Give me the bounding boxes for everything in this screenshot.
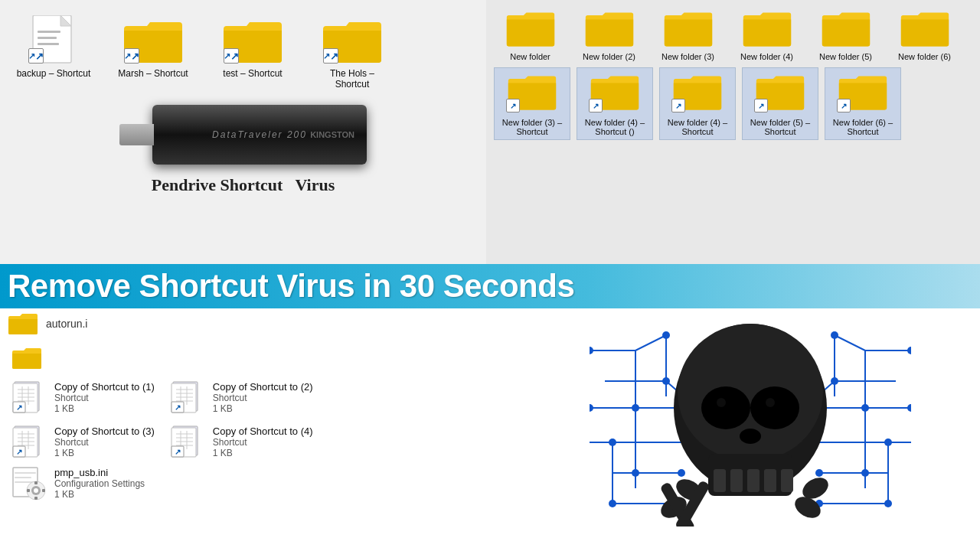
ini-file-info: pmp_usb.ini Configuration Settings 1 KB	[54, 467, 145, 500]
svg-point-93	[662, 331, 670, 339]
file-row-1: ↗ Copy of Shortcut to (1) Shortcut 1 KB	[11, 380, 155, 414]
shortcut-item-thehols: ↗ The Hols –Shortcut	[314, 15, 390, 90]
usb-label: DataTraveler 200	[212, 129, 307, 140]
svg-rect-53	[34, 497, 38, 500]
file-info-2: Copy of Shortcut to (2) Shortcut 1 KB	[213, 381, 313, 414]
file-name-3: Copy of Shortcut to (3)	[54, 425, 155, 437]
top-section: ↗ backup – Shortcut ↗ Marsh – Shortcut	[0, 0, 980, 264]
file-row-3: ↗ Copy of Shortcut to (3) Shortcut 1 KB	[11, 425, 155, 458]
folder-label-new2: New folder (2)	[583, 52, 635, 61]
svg-point-112	[750, 386, 799, 429]
folder-new2: New folder (2)	[573, 8, 645, 61]
bottom-section: Remove Shortcut Virus in 30 Seconds auto…	[0, 264, 980, 551]
file-type-3: Shortcut	[54, 437, 155, 448]
file-size-3: 1 KB	[54, 448, 155, 458]
svg-point-115	[740, 429, 761, 444]
folder-label-new6: New folder (6)	[898, 52, 951, 61]
svg-rect-54	[27, 489, 30, 492]
svg-point-111	[701, 386, 750, 429]
svg-rect-52	[34, 481, 38, 484]
file-icon-4: ↗	[170, 425, 204, 458]
usb-brand: KINGSTON	[310, 130, 354, 139]
svg-point-114	[766, 398, 775, 407]
svg-point-77	[609, 439, 616, 446]
svg-rect-110	[781, 469, 793, 492]
folder-label-new4-shortcuto: New folder (4) –Shortcut ()	[585, 118, 645, 136]
folder-label-new4: New folder (4)	[740, 52, 793, 61]
svg-point-81	[590, 404, 593, 412]
folder-new4-shortcuto: ↗ New folder (4) –Shortcut ()	[577, 67, 653, 140]
folder-new5: New folder (5)	[809, 8, 882, 61]
autorun-folder-icon	[8, 310, 38, 337]
folder-new3: New folder (3)	[652, 8, 724, 61]
svg-line-91	[635, 335, 666, 350]
svg-rect-3	[38, 37, 57, 39]
folder-new4: New folder (4)	[730, 8, 803, 61]
ini-file-size: 1 KB	[54, 489, 145, 500]
file-columns: ↗ Copy of Shortcut to (1) Shortcut 1 KB	[8, 380, 521, 458]
svg-rect-109	[764, 469, 776, 492]
svg-point-75	[662, 377, 670, 385]
file-size-4: 1 KB	[213, 448, 313, 458]
shortcut-item-backup: ↗ backup – Shortcut	[15, 15, 92, 90]
svg-rect-4	[38, 43, 59, 45]
file-info-1: Copy of Shortcut to (1) Shortcut 1 KB	[54, 381, 155, 414]
shortcut-item-marsh: ↗ Marsh – Shortcut	[115, 15, 191, 90]
folder-label-new6-shortcut: New folder (6) –Shortcut	[833, 118, 893, 136]
shortcut-label-thehols: The Hols –Shortcut	[330, 68, 374, 90]
svg-point-73	[632, 404, 639, 412]
file-row-2: ↗ Copy of Shortcut to (2) Shortcut 1 KB	[170, 380, 313, 414]
svg-point-97	[609, 500, 616, 507]
folder-new4-shortcut: ↗ New folder (4) –Shortcut	[659, 67, 736, 140]
ini-file-type: Configuration Settings	[54, 478, 145, 489]
file-name-4: Copy of Shortcut to (4)	[213, 425, 313, 437]
file-icon-3: ↗	[11, 425, 45, 458]
svg-point-78	[884, 439, 892, 446]
file-name-1: Copy of Shortcut to (1)	[54, 381, 155, 393]
usb-drive-area: DataTraveler 200 KINGSTON Pendrive Short…	[0, 97, 486, 195]
folders-row-1: New folder New folder (2) New folder (3)	[494, 8, 972, 61]
svg-point-51	[34, 488, 38, 493]
svg-line-92	[835, 335, 865, 350]
second-folder-icon	[11, 344, 42, 371]
right-panel: New folder New folder (2) New folder (3)	[486, 0, 980, 264]
folder-new: New folder	[494, 8, 567, 61]
circuit-skull-graphic	[590, 289, 911, 527]
folder-label-new4-shortcut: New folder (4) –Shortcut	[668, 118, 727, 136]
file-row-4: ↗ Copy of Shortcut to (4) Shortcut 1 KB	[170, 425, 313, 458]
file-col-1: ↗ Copy of Shortcut to (1) Shortcut 1 KB	[11, 380, 155, 458]
folder-new3-shortcut: ↗ New folder (3) –Shortcut	[494, 67, 570, 140]
svg-rect-47	[15, 477, 31, 478]
folders-row-2: ↗ New folder (3) –Shortcut ↗ New folder …	[494, 67, 972, 140]
folder-new6: New folder (6)	[888, 8, 961, 61]
svg-rect-106	[714, 469, 726, 492]
file-type-4: Shortcut	[213, 437, 313, 448]
file-icon-2: ↗	[170, 380, 204, 414]
svg-point-98	[884, 500, 892, 507]
svg-rect-46	[15, 472, 36, 474]
svg-point-113	[717, 398, 726, 407]
folder-new5-shortcut: ↗ New folder (5) –Shortcut	[742, 67, 818, 140]
shortcut-label-backup: backup – Shortcut	[17, 68, 91, 79]
shortcut-label-test: test – Shortcut	[223, 68, 282, 79]
svg-point-90	[907, 347, 911, 354]
folder-label-new5-shortcut: New folder (5) –Shortcut	[750, 118, 810, 136]
folder-new6-shortcut: ↗ New folder (6) –Shortcut	[825, 67, 901, 140]
pendrive-title: Pendrive Shortcut Virus	[152, 175, 335, 195]
svg-point-85	[678, 469, 685, 477]
shortcut-label-marsh: Marsh – Shortcut	[118, 68, 188, 79]
file-type-1: Shortcut	[54, 393, 155, 403]
file-info-4: Copy of Shortcut to (4) Shortcut 1 KB	[213, 425, 313, 458]
svg-rect-108	[747, 469, 760, 492]
file-type-2: Shortcut	[213, 393, 313, 403]
svg-point-76	[831, 377, 838, 385]
second-folder-row	[11, 344, 521, 371]
ini-file-name: pmp_usb.ini	[54, 467, 145, 478]
file-icon-1: ↗	[11, 380, 45, 414]
folder-label-new3: New folder (3)	[662, 52, 714, 61]
svg-point-86	[815, 469, 823, 477]
svg-text:↗: ↗	[16, 448, 22, 456]
svg-point-74	[861, 404, 869, 412]
file-size-1: 1 KB	[54, 403, 155, 414]
svg-text:↗: ↗	[175, 403, 181, 412]
